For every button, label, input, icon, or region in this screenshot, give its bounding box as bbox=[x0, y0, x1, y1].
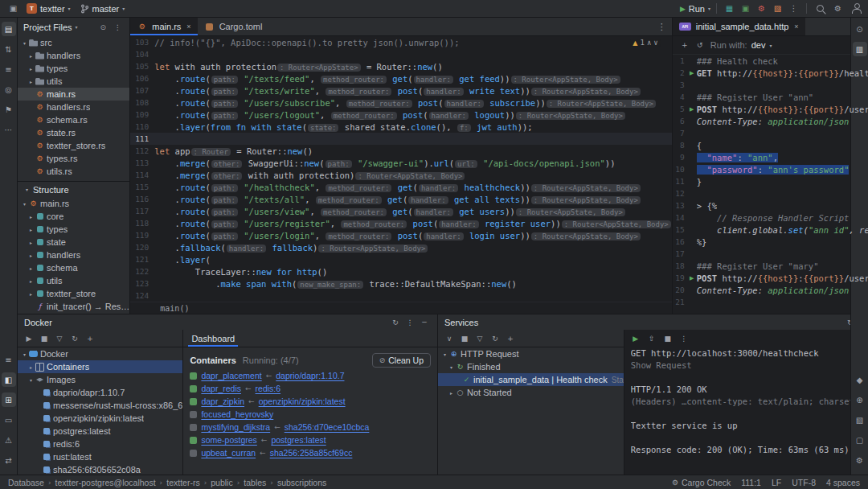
container-image-link[interactable]: redis:6 bbox=[256, 384, 281, 393]
code-line-113[interactable]: 113 .merge(other: SwaggerUi::new(path: "… bbox=[130, 157, 671, 169]
code-line-105[interactable]: 105let with_auth_protection: Router<AppS… bbox=[130, 60, 671, 72]
search-icon[interactable] bbox=[817, 5, 824, 12]
chevron-icon[interactable]: ▸ bbox=[27, 265, 35, 271]
container-row[interactable]: dapr_zipkin←openzipkin/zipkin:latest bbox=[190, 395, 431, 408]
tree-item-utils-rs[interactable]: ⚙utils.rs bbox=[18, 165, 129, 178]
tree-item-postgres-latest[interactable]: postgres:latest bbox=[18, 425, 182, 438]
services-tool-icon[interactable]: ⊞ bbox=[2, 392, 16, 407]
documentation-tool-icon[interactable]: ▢ bbox=[853, 433, 867, 447]
code-line-3[interactable]: 3 bbox=[673, 79, 868, 91]
history-icon[interactable]: ↺ bbox=[694, 39, 706, 51]
docker-tool-icon[interactable]: ◧ bbox=[2, 372, 16, 387]
code-line-124[interactable]: 124 bbox=[130, 290, 671, 302]
chevron-icon[interactable]: ▸ bbox=[448, 390, 455, 396]
code-line-123[interactable]: 123 .make_span_with(new_make_span: trace… bbox=[130, 277, 671, 290]
add-connection-icon[interactable]: + bbox=[84, 332, 96, 345]
more-tools-icon[interactable]: ⋯ bbox=[2, 122, 16, 137]
console-output[interactable]: GET http://localhost:3000/healthcheckSho… bbox=[624, 347, 868, 475]
structure-tool-icon[interactable]: ≡ bbox=[2, 62, 16, 76]
code-line-108[interactable]: 108 .route(path: "/users/subscribe", met… bbox=[130, 97, 671, 109]
code-line-120[interactable]: 120 .fallback(handler: fallback): Router… bbox=[130, 241, 671, 253]
problems-tool-icon[interactable]: ⚠ bbox=[2, 433, 16, 447]
tree-item-handlers[interactable]: ▸handlers bbox=[18, 49, 129, 62]
code-line-122[interactable]: 122 TraceLayer::new_for_http() bbox=[130, 265, 671, 277]
code-line-104[interactable]: 104 bbox=[130, 48, 671, 60]
main-menu-icon[interactable]: ≡ bbox=[2, 352, 16, 367]
code-line-19[interactable]: 19▶POST http://{{host}}:{{port}}/users/r… bbox=[673, 272, 868, 284]
container-row[interactable]: some-postgres←postgres:latest bbox=[190, 434, 431, 446]
code-line-18[interactable]: 18### Register User "mary" bbox=[673, 260, 868, 272]
project-tool-icon[interactable]: ▤ bbox=[2, 22, 16, 36]
chevron-icon[interactable]: ▾ bbox=[21, 40, 28, 46]
cargo-check-status[interactable]: ⚙Cargo Check bbox=[672, 478, 731, 487]
settings-icon[interactable]: ⚙ bbox=[831, 2, 845, 15]
chevron-icon[interactable]: ▾ bbox=[21, 201, 28, 207]
http-request-editor[interactable]: 1### Health check2▶GET http://{{host}}:{… bbox=[673, 55, 868, 314]
editor-tab-main-rs[interactable]: ⚙main.rs× bbox=[130, 18, 197, 35]
container-name-link[interactable]: upbeat_curran bbox=[201, 448, 256, 458]
tree-item-schema-rs[interactable]: ⚙schema.rs bbox=[18, 113, 129, 126]
tree-item-types-rs[interactable]: ⚙types.rs bbox=[18, 152, 129, 165]
tree-item-rust-latest[interactable]: rust:latest bbox=[18, 450, 182, 463]
coverage-icon[interactable]: ▨ bbox=[771, 2, 784, 15]
code-line-2[interactable]: 2▶GET http://{{host}}:{{port}}/healthche… bbox=[673, 67, 868, 79]
container-row[interactable]: dapr_redis←redis:6 bbox=[190, 382, 431, 395]
filter-icon[interactable]: ▽ bbox=[53, 332, 66, 345]
editor-breadcrumb[interactable]: main() bbox=[160, 304, 189, 313]
chevron-icon[interactable]: ▾ bbox=[441, 351, 448, 357]
chevron-icon[interactable]: ▸ bbox=[27, 253, 35, 258]
chevron-icon[interactable]: ▸ bbox=[27, 240, 35, 245]
run-button[interactable]: ▶ bbox=[680, 5, 686, 13]
prev-problem-icon[interactable]: ∧ bbox=[647, 39, 651, 47]
run-request-icon[interactable]: ▶ bbox=[687, 275, 697, 281]
container-name-link[interactable]: dapr_placement bbox=[201, 371, 261, 380]
editor-tab-cargo-toml[interactable]: Cargo.toml bbox=[198, 18, 269, 35]
breadcrumb-item-textter-postgres-localhost[interactable]: textter-postgres@localhost bbox=[55, 478, 156, 487]
chevron-icon[interactable]: ▸ bbox=[27, 214, 35, 220]
code-line-109[interactable]: 109 .route(path: "/users/logout", method… bbox=[130, 109, 671, 121]
tree-item-main-rs[interactable]: ▾⚙main.rs bbox=[18, 197, 129, 210]
code-line-12[interactable]: 12 bbox=[673, 187, 868, 199]
commit-check-icon[interactable]: ▣ bbox=[739, 2, 752, 15]
locate-file-icon[interactable]: ⊙ bbox=[96, 21, 109, 34]
code-line-6[interactable]: 6Content-Type: application/json bbox=[673, 115, 868, 127]
hide-panel-icon[interactable]: ─ bbox=[418, 316, 431, 329]
branch-selector[interactable]: master ▾ bbox=[77, 3, 129, 14]
code-editor[interactable]: 103// info!("{}", ApiDoc::openapi().to_p… bbox=[130, 36, 671, 302]
breadcrumb-item-subscriptions[interactable]: subscriptions bbox=[277, 478, 326, 487]
code-line-21[interactable]: 21 bbox=[673, 296, 868, 308]
container-name-link[interactable]: focused_heyrovsky bbox=[201, 409, 273, 419]
breadcrumb-item-tables[interactable]: tables bbox=[244, 478, 266, 487]
container-image-link[interactable]: sha256:258a85cf69cc bbox=[270, 448, 353, 458]
stop-icon[interactable]: ■ bbox=[458, 332, 471, 345]
chevron-icon[interactable]: ▸ bbox=[27, 291, 35, 297]
tree-item-redis-6[interactable]: redis:6 bbox=[18, 438, 182, 450]
code-line-112[interactable]: 112let app: Router = Router::new() bbox=[130, 145, 671, 157]
tree-item-core[interactable]: ▸core bbox=[18, 210, 129, 223]
build-tool-icon[interactable]: ⊕ bbox=[853, 392, 867, 407]
code-line-15[interactable]: 15 client.global.set("ann_id", response.… bbox=[673, 224, 868, 236]
rerun-request-icon[interactable]: ▶ bbox=[629, 332, 642, 345]
dashboard-tab[interactable]: Dashboard bbox=[183, 330, 243, 347]
container-row[interactable]: mystifying_dijkstra←sha256:d70ece10cbca bbox=[190, 421, 431, 434]
bookmarks-tool-icon[interactable]: ⚑ bbox=[2, 102, 16, 117]
stop-icon[interactable]: ■ bbox=[38, 332, 51, 345]
container-image-link[interactable]: openzipkin/zipkin:latest bbox=[259, 397, 346, 406]
refresh-icon[interactable]: ↻ bbox=[389, 316, 402, 329]
clean-up-button[interactable]: ⊘ Clean Up bbox=[372, 353, 431, 368]
tree-item-finished[interactable]: ▾↻Finished bbox=[438, 360, 624, 373]
code-line-119[interactable]: 119 .route(path: "/users/login", method_… bbox=[130, 229, 671, 241]
docker-panel-header[interactable]: Docker ↻⋮─ bbox=[18, 314, 437, 330]
project-selector[interactable]: T textter ▾ bbox=[23, 2, 74, 14]
run-request-icon[interactable]: ▶ bbox=[687, 106, 697, 113]
indent-setting[interactable]: 4 spaces bbox=[826, 478, 860, 487]
run-request-icon[interactable]: ▶ bbox=[687, 70, 697, 76]
line-ending[interactable]: LF bbox=[772, 478, 781, 487]
code-line-114[interactable]: 114 .merge(other: with_auth_protection):… bbox=[130, 169, 671, 181]
code-line-116[interactable]: 116 .route(path: "/texts/all", method_ro… bbox=[130, 193, 671, 205]
chevron-icon[interactable]: ▾ bbox=[21, 351, 28, 357]
tree-item-messense-rust-musl-cross-x86-6[interactable]: messense/rust-musl-cross:x86_6 bbox=[18, 399, 182, 412]
panel-options-icon[interactable]: ⋮ bbox=[403, 316, 416, 329]
code-line-4[interactable]: 4### Register User "ann" bbox=[673, 91, 868, 103]
refresh-icon[interactable]: ↻ bbox=[68, 332, 81, 345]
